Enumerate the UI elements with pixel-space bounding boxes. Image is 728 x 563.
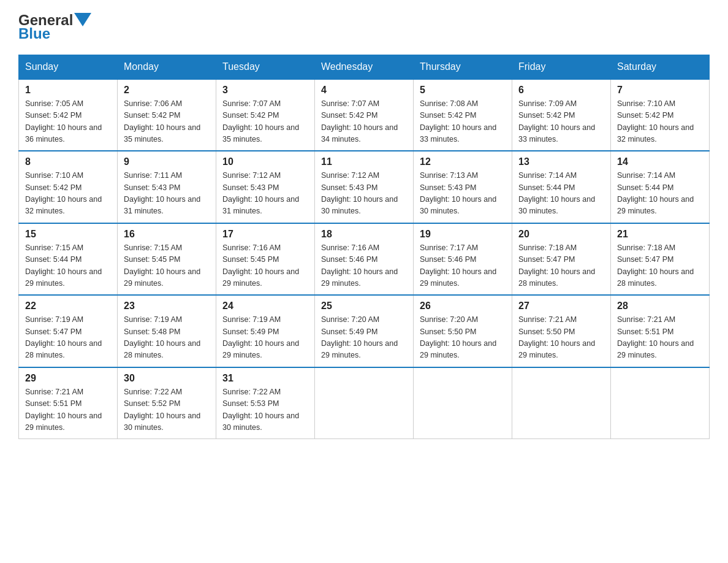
day-cell-22: 22 Sunrise: 7:19 AMSunset: 5:47 PMDaylig… [19, 295, 118, 367]
day-number: 25 [321, 301, 407, 312]
day-cell-19: 19 Sunrise: 7:17 AMSunset: 5:46 PMDaylig… [414, 223, 512, 296]
day-cell-12: 12 Sunrise: 7:13 AMSunset: 5:43 PMDaylig… [414, 151, 512, 223]
day-cell-24: 24 Sunrise: 7:19 AMSunset: 5:49 PMDaylig… [216, 295, 315, 367]
day-number: 3 [222, 85, 308, 96]
day-number: 20 [518, 229, 604, 240]
day-number: 4 [321, 85, 407, 96]
day-info: Sunrise: 7:19 AMSunset: 5:47 PMDaylight:… [25, 314, 111, 362]
day-info: Sunrise: 7:11 AMSunset: 5:43 PMDaylight:… [124, 170, 210, 218]
day-cell-1: 1 Sunrise: 7:05 AMSunset: 5:42 PMDayligh… [19, 79, 118, 151]
day-number: 26 [420, 301, 506, 312]
day-info: Sunrise: 7:19 AMSunset: 5:48 PMDaylight:… [124, 314, 210, 362]
week-row-1: 1 Sunrise: 7:05 AMSunset: 5:42 PMDayligh… [19, 79, 710, 151]
page-header: General Blue [18, 12, 710, 42]
day-info: Sunrise: 7:20 AMSunset: 5:49 PMDaylight:… [321, 314, 407, 362]
day-number: 29 [25, 373, 111, 384]
weekday-header-row: SundayMondayTuesdayWednesdayThursdayFrid… [19, 55, 710, 79]
day-number: 5 [420, 85, 506, 96]
day-cell-16: 16 Sunrise: 7:15 AMSunset: 5:45 PMDaylig… [118, 223, 216, 296]
logo-blue-text: Blue [18, 26, 91, 42]
weekday-header-sunday: Sunday [19, 55, 118, 79]
day-number: 15 [25, 229, 111, 240]
day-cell-28: 28 Sunrise: 7:21 AMSunset: 5:51 PMDaylig… [611, 295, 710, 367]
logo-triangle-icon [74, 13, 91, 26]
day-cell-14: 14 Sunrise: 7:14 AMSunset: 5:44 PMDaylig… [611, 151, 710, 223]
day-cell-23: 23 Sunrise: 7:19 AMSunset: 5:48 PMDaylig… [118, 295, 216, 367]
day-number: 2 [124, 85, 210, 96]
day-number: 21 [617, 229, 703, 240]
day-cell-30: 30 Sunrise: 7:22 AMSunset: 5:52 PMDaylig… [118, 367, 216, 439]
day-info: Sunrise: 7:09 AMSunset: 5:42 PMDaylight:… [518, 98, 604, 146]
day-number: 27 [518, 301, 604, 312]
day-cell-26: 26 Sunrise: 7:20 AMSunset: 5:50 PMDaylig… [414, 295, 512, 367]
day-info: Sunrise: 7:21 AMSunset: 5:50 PMDaylight:… [518, 314, 604, 362]
day-info: Sunrise: 7:12 AMSunset: 5:43 PMDaylight:… [222, 170, 308, 218]
day-number: 17 [222, 229, 308, 240]
day-number: 24 [222, 301, 308, 312]
empty-cell [414, 367, 512, 439]
day-info: Sunrise: 7:12 AMSunset: 5:43 PMDaylight:… [321, 170, 407, 218]
day-info: Sunrise: 7:16 AMSunset: 5:46 PMDaylight:… [321, 242, 407, 290]
day-cell-17: 17 Sunrise: 7:16 AMSunset: 5:45 PMDaylig… [216, 223, 315, 296]
day-number: 11 [321, 156, 407, 167]
day-info: Sunrise: 7:21 AMSunset: 5:51 PMDaylight:… [617, 314, 703, 362]
calendar-table: SundayMondayTuesdayWednesdayThursdayFrid… [18, 55, 710, 440]
day-info: Sunrise: 7:08 AMSunset: 5:42 PMDaylight:… [420, 98, 506, 146]
day-info: Sunrise: 7:21 AMSunset: 5:51 PMDaylight:… [25, 386, 111, 434]
weekday-header-tuesday: Tuesday [216, 55, 315, 79]
day-cell-13: 13 Sunrise: 7:14 AMSunset: 5:44 PMDaylig… [512, 151, 611, 223]
week-row-4: 22 Sunrise: 7:19 AMSunset: 5:47 PMDaylig… [19, 295, 710, 367]
day-info: Sunrise: 7:07 AMSunset: 5:42 PMDaylight:… [321, 98, 407, 146]
day-number: 13 [518, 156, 604, 167]
day-number: 10 [222, 156, 308, 167]
day-info: Sunrise: 7:05 AMSunset: 5:42 PMDaylight:… [25, 98, 111, 146]
day-number: 22 [25, 301, 111, 312]
day-info: Sunrise: 7:06 AMSunset: 5:42 PMDaylight:… [124, 98, 210, 146]
day-info: Sunrise: 7:17 AMSunset: 5:46 PMDaylight:… [420, 242, 506, 290]
day-info: Sunrise: 7:22 AMSunset: 5:52 PMDaylight:… [124, 386, 210, 434]
day-cell-20: 20 Sunrise: 7:18 AMSunset: 5:47 PMDaylig… [512, 223, 611, 296]
day-number: 28 [617, 301, 703, 312]
day-number: 9 [124, 156, 210, 167]
weekday-header-monday: Monday [118, 55, 216, 79]
day-cell-6: 6 Sunrise: 7:09 AMSunset: 5:42 PMDayligh… [512, 79, 611, 151]
weekday-header-wednesday: Wednesday [315, 55, 414, 79]
day-info: Sunrise: 7:14 AMSunset: 5:44 PMDaylight:… [518, 170, 604, 218]
day-info: Sunrise: 7:14 AMSunset: 5:44 PMDaylight:… [617, 170, 703, 218]
logo-container: General Blue [18, 12, 91, 42]
day-number: 6 [518, 85, 604, 96]
day-cell-25: 25 Sunrise: 7:20 AMSunset: 5:49 PMDaylig… [315, 295, 414, 367]
day-cell-9: 9 Sunrise: 7:11 AMSunset: 5:43 PMDayligh… [118, 151, 216, 223]
day-cell-7: 7 Sunrise: 7:10 AMSunset: 5:42 PMDayligh… [611, 79, 710, 151]
day-number: 18 [321, 229, 407, 240]
day-info: Sunrise: 7:15 AMSunset: 5:45 PMDaylight:… [124, 242, 210, 290]
day-number: 12 [420, 156, 506, 167]
week-row-5: 29 Sunrise: 7:21 AMSunset: 5:51 PMDaylig… [19, 367, 710, 439]
empty-cell [611, 367, 710, 439]
day-cell-29: 29 Sunrise: 7:21 AMSunset: 5:51 PMDaylig… [19, 367, 118, 439]
empty-cell [315, 367, 414, 439]
day-number: 7 [617, 85, 703, 96]
weekday-header-thursday: Thursday [414, 55, 512, 79]
day-number: 16 [124, 229, 210, 240]
day-number: 19 [420, 229, 506, 240]
day-number: 14 [617, 156, 703, 167]
day-cell-10: 10 Sunrise: 7:12 AMSunset: 5:43 PMDaylig… [216, 151, 315, 223]
day-info: Sunrise: 7:18 AMSunset: 5:47 PMDaylight:… [518, 242, 604, 290]
day-cell-15: 15 Sunrise: 7:15 AMSunset: 5:44 PMDaylig… [19, 223, 118, 296]
day-info: Sunrise: 7:20 AMSunset: 5:50 PMDaylight:… [420, 314, 506, 362]
day-cell-21: 21 Sunrise: 7:18 AMSunset: 5:47 PMDaylig… [611, 223, 710, 296]
day-cell-4: 4 Sunrise: 7:07 AMSunset: 5:42 PMDayligh… [315, 79, 414, 151]
day-info: Sunrise: 7:13 AMSunset: 5:43 PMDaylight:… [420, 170, 506, 218]
day-info: Sunrise: 7:15 AMSunset: 5:44 PMDaylight:… [25, 242, 111, 290]
weekday-header-friday: Friday [512, 55, 611, 79]
day-cell-18: 18 Sunrise: 7:16 AMSunset: 5:46 PMDaylig… [315, 223, 414, 296]
day-info: Sunrise: 7:19 AMSunset: 5:49 PMDaylight:… [222, 314, 308, 362]
day-info: Sunrise: 7:10 AMSunset: 5:42 PMDaylight:… [25, 170, 111, 218]
logo: General Blue [18, 12, 91, 42]
day-cell-31: 31 Sunrise: 7:22 AMSunset: 5:53 PMDaylig… [216, 367, 315, 439]
day-number: 31 [222, 373, 308, 384]
day-number: 1 [25, 85, 111, 96]
week-row-3: 15 Sunrise: 7:15 AMSunset: 5:44 PMDaylig… [19, 223, 710, 296]
svg-marker-0 [74, 13, 91, 26]
